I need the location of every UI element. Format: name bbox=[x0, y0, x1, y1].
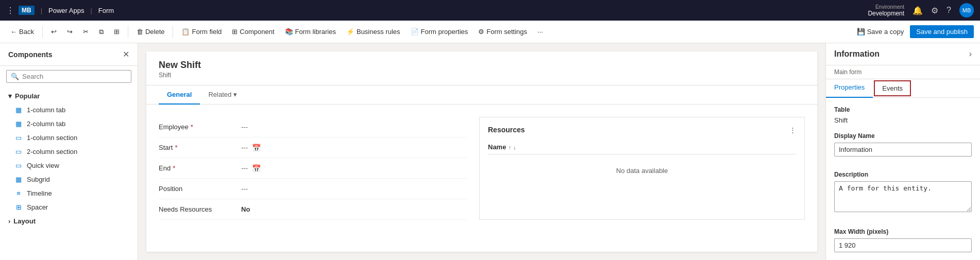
command-bar: ← Back ↩ ↪ ✂ ⧉ ⊞ 🗑 Delete 📋 Form field ⊞… bbox=[0, 21, 980, 43]
undo-button[interactable]: ↩ bbox=[47, 26, 61, 38]
start-calendar-icon[interactable]: 📅 bbox=[252, 144, 261, 152]
form-field-button[interactable]: 📋 Form field bbox=[177, 26, 226, 38]
subgrid-menu-icon[interactable]: ⋮ bbox=[789, 126, 796, 134]
form-settings-label: Form settings bbox=[486, 28, 527, 36]
table-section: Table Shift bbox=[834, 106, 972, 124]
form-properties-button[interactable]: 📄 Form properties bbox=[407, 26, 472, 38]
display-name-section: Display Name bbox=[834, 132, 972, 163]
sort-down-icon[interactable]: ↓ bbox=[513, 144, 516, 150]
save-copy-label: Save a copy bbox=[867, 28, 904, 36]
sort-up-icon[interactable]: ↑ bbox=[508, 144, 511, 150]
description-textarea[interactable]: A form for this entity. bbox=[834, 181, 972, 212]
col-name-label: Name bbox=[488, 143, 506, 151]
tab-properties[interactable]: Properties bbox=[826, 79, 873, 98]
subgrid-col-header: Name ↑ ↓ bbox=[488, 140, 796, 154]
avatar[interactable]: MB bbox=[959, 3, 974, 18]
form-subtitle: Shift bbox=[159, 72, 805, 79]
delete-button[interactable]: 🗑 Delete bbox=[132, 26, 169, 38]
env-label: Environment bbox=[868, 4, 904, 10]
position-dashes: --- bbox=[241, 185, 248, 193]
tab-general[interactable]: General bbox=[159, 85, 200, 105]
form-properties-icon: 📄 bbox=[411, 28, 419, 36]
back-icon: ← bbox=[10, 28, 17, 36]
subgrid-label: Subgrid bbox=[27, 176, 50, 183]
form-field-icon: 📋 bbox=[181, 28, 190, 36]
form-right-section: Resources ⋮ Name ↑ ↓ No data available bbox=[479, 117, 805, 220]
component-1col-tab[interactable]: ▦ 1-column tab bbox=[0, 103, 138, 117]
form-settings-button[interactable]: ⚙ Form settings bbox=[474, 26, 531, 38]
position-value[interactable]: --- bbox=[241, 185, 467, 193]
popular-category[interactable]: ▾ Popular bbox=[0, 89, 138, 103]
notification-icon[interactable]: 🔔 bbox=[913, 6, 923, 15]
field-end: End* --- 📅 bbox=[159, 158, 467, 179]
back-button[interactable]: ← Back bbox=[6, 26, 38, 38]
save-publish-label: Save and publish bbox=[916, 28, 968, 36]
search-box[interactable]: 🔍 bbox=[6, 70, 131, 83]
back-label: Back bbox=[19, 28, 34, 36]
max-width-section: Max Width (pixels) bbox=[834, 228, 972, 258]
right-panel-title: Information bbox=[834, 49, 880, 59]
delete-icon: 🗑 bbox=[137, 28, 143, 36]
tab-related-chevron-icon: ▾ bbox=[233, 91, 237, 98]
left-panel-header: Components ✕ bbox=[0, 43, 138, 66]
component-button[interactable]: ⊞ Component bbox=[228, 26, 278, 38]
employee-required-star: * bbox=[191, 123, 193, 131]
tab-events[interactable]: Events bbox=[874, 80, 911, 96]
component-1col-section[interactable]: ▭ 1-column section bbox=[0, 131, 138, 145]
form-libraries-button[interactable]: 📚 Form libraries bbox=[281, 26, 340, 38]
component-spacer[interactable]: ⊞ Spacer bbox=[0, 200, 138, 214]
business-rules-button[interactable]: ⚡ Business rules bbox=[342, 26, 404, 38]
needs-resources-value[interactable]: No bbox=[241, 205, 467, 213]
form-libraries-icon: 📚 bbox=[285, 28, 293, 36]
end-value[interactable]: --- 📅 bbox=[241, 164, 467, 172]
component-subgrid[interactable]: ▦ Subgrid bbox=[0, 172, 138, 186]
component-quick-view[interactable]: ▭ Quick view bbox=[0, 159, 138, 172]
employee-dashes: --- bbox=[241, 123, 248, 131]
save-copy-button[interactable]: 💾 Save a copy bbox=[853, 26, 908, 38]
form-container: New Shift Shift General Related ▾ Employ bbox=[146, 51, 817, 252]
start-value[interactable]: --- 📅 bbox=[241, 144, 467, 152]
env-name: Development bbox=[868, 10, 904, 17]
tab-related[interactable]: Related ▾ bbox=[200, 85, 245, 105]
paste-button[interactable]: ⊞ bbox=[110, 26, 124, 38]
component-2col-section[interactable]: ▭ 2-column section bbox=[0, 145, 138, 159]
help-icon[interactable]: ? bbox=[947, 6, 951, 15]
paste-icon: ⊞ bbox=[114, 28, 120, 36]
settings-icon[interactable]: ⚙ bbox=[931, 6, 938, 15]
copy-button[interactable]: ⧉ bbox=[95, 26, 108, 38]
apps-icon[interactable]: ⋮ bbox=[6, 6, 14, 15]
right-panel-tabs: Properties Events bbox=[826, 79, 980, 98]
employee-value[interactable]: --- bbox=[241, 123, 467, 131]
form-left-section: Employee* --- Start* --- 📅 bbox=[159, 117, 467, 220]
more-icon: ··· bbox=[537, 28, 543, 36]
needs-resources-label: Needs Resources bbox=[159, 205, 241, 213]
redo-button[interactable]: ↪ bbox=[63, 26, 77, 38]
environment-info: Environment Development bbox=[868, 4, 904, 17]
timeline-label: Timeline bbox=[27, 189, 52, 197]
tab-properties-label: Properties bbox=[834, 83, 865, 91]
save-publish-button[interactable]: Save and publish bbox=[910, 25, 974, 38]
max-width-input[interactable] bbox=[834, 238, 972, 252]
component-timeline[interactable]: ≡ Timeline bbox=[0, 186, 138, 200]
spacer-label: Spacer bbox=[27, 203, 48, 211]
more-button[interactable]: ··· bbox=[533, 26, 547, 38]
top-bar: ⋮ MB | Power Apps | Form Environment Dev… bbox=[0, 0, 980, 21]
cut-button[interactable]: ✂ bbox=[79, 26, 93, 38]
close-icon[interactable]: ✕ bbox=[123, 49, 129, 59]
components-list: ▾ Popular ▦ 1-column tab ▦ 2-column tab … bbox=[0, 87, 138, 260]
field-position: Position --- bbox=[159, 179, 467, 199]
components-title: Components bbox=[8, 50, 53, 59]
right-panel-collapse-icon[interactable]: › bbox=[969, 49, 972, 59]
form-libraries-label: Form libraries bbox=[295, 28, 336, 36]
form-header: New Shift Shift bbox=[146, 51, 817, 85]
display-name-input[interactable] bbox=[834, 143, 972, 157]
employee-label: Employee* bbox=[159, 123, 241, 131]
right-panel-sublabel: Main form bbox=[826, 65, 980, 79]
layout-category[interactable]: › Layout bbox=[0, 214, 138, 228]
separator-3 bbox=[173, 26, 173, 38]
main-layout: Components ✕ 🔍 ▾ Popular ▦ 1-column tab … bbox=[0, 43, 980, 260]
end-calendar-icon[interactable]: 📅 bbox=[252, 164, 261, 172]
search-input[interactable] bbox=[22, 73, 127, 80]
right-panel-content: Table Shift Display Name Description A f… bbox=[826, 98, 980, 260]
component-2col-tab[interactable]: ▦ 2-column tab bbox=[0, 117, 138, 131]
